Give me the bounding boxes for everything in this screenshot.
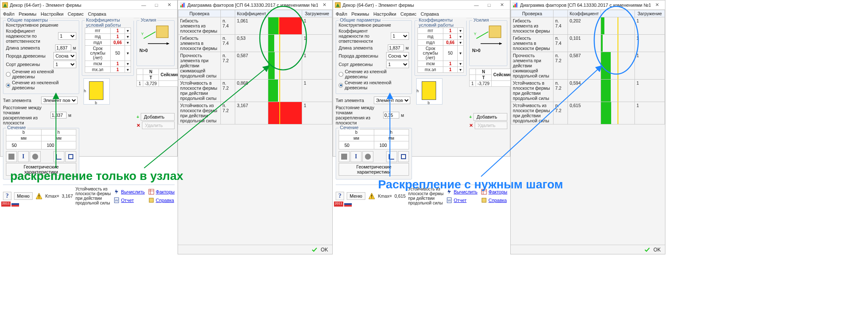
radio-glued[interactable]: [339, 72, 343, 77]
svg-marker-25: [499, 42, 502, 45]
bolt-icon: [114, 189, 120, 195]
col-check: Проверка: [178, 10, 221, 17]
geom-button[interactable]: Геометрические характеристики: [339, 163, 409, 176]
radio-nonglued[interactable]: [6, 83, 10, 88]
kmax-value: 3,167: [62, 193, 73, 199]
svg-text:!: !: [38, 194, 40, 199]
check-icon: [644, 247, 650, 253]
table-icon: [148, 189, 154, 195]
menu-service[interactable]: Сервис: [68, 11, 84, 17]
k2: 0,101: [568, 35, 601, 52]
section-tool2-icon[interactable]: [398, 151, 409, 162]
menu-settings[interactable]: Настройки: [41, 11, 64, 17]
species-select[interactable]: Сосна: [53, 52, 76, 60]
close-button[interactable]: ✕: [163, 1, 175, 9]
bracing-input[interactable]: [383, 112, 399, 119]
menu-file[interactable]: Файл: [3, 11, 14, 17]
group-forces: Усилия: [472, 17, 490, 22]
menu-file[interactable]: Файл: [336, 11, 347, 17]
length-input[interactable]: [388, 44, 404, 51]
lbl-length: Длина элемента: [6, 45, 53, 50]
minimize-button[interactable]: —: [470, 1, 483, 9]
svg-text:W: W: [448, 199, 451, 202]
grade-select[interactable]: 1: [386, 61, 409, 68]
status-text: Устойчивость из плоскости фермы при дейс…: [75, 187, 111, 205]
b-input[interactable]: [344, 142, 369, 149]
elem-type-select[interactable]: Элемент пояса: [41, 97, 78, 104]
doc-icon: W: [114, 197, 120, 203]
ref-link[interactable]: Справка: [489, 198, 507, 203]
elem-type-select[interactable]: Элемент пояса: [374, 97, 410, 104]
app-icon: [180, 2, 186, 8]
close-button[interactable]: ✕: [318, 1, 331, 9]
help-icon[interactable]: ?: [3, 192, 11, 200]
menu-settings[interactable]: Настройки: [373, 11, 396, 17]
group-forces: Усилия: [139, 17, 157, 22]
ok-button[interactable]: OK: [321, 247, 328, 253]
add-button[interactable]: Добавить: [473, 113, 507, 121]
k3: 0,587: [235, 52, 268, 80]
radio-glued[interactable]: [6, 72, 11, 77]
add-button[interactable]: Добавить: [141, 113, 175, 121]
forces-table: NСейсмика T 1-3,729: [136, 69, 184, 87]
window-title: Диаграмма факторов [СП 64.13330.2017 с и…: [520, 3, 651, 8]
group-coef: Коэффициенты условий работы: [417, 17, 466, 28]
menu-button[interactable]: Меню: [347, 192, 365, 200]
factors-table: Проверка Коэффициент Загружение Гибкость…: [511, 10, 665, 124]
section-preview: h b: [416, 78, 442, 105]
help-icon[interactable]: ?: [336, 192, 344, 200]
h-input[interactable]: [378, 142, 404, 149]
svg-text:!: !: [371, 194, 373, 199]
length-input[interactable]: [55, 44, 71, 51]
bracing-input[interactable]: [50, 112, 67, 119]
maximize-button[interactable]: □: [150, 1, 163, 9]
warning-icon: !: [368, 192, 376, 200]
minimize-button[interactable]: —: [137, 1, 150, 9]
section-tool1-icon[interactable]: [53, 151, 64, 162]
ref-link[interactable]: Справка: [156, 198, 174, 203]
close-button[interactable]: ✕: [495, 1, 508, 9]
section-tool2-icon[interactable]: [65, 151, 76, 162]
section-rect-icon[interactable]: [6, 151, 17, 162]
b-input[interactable]: [11, 142, 36, 149]
status-badge-1: 2011: [1, 202, 11, 207]
delete-button[interactable]: Удалить: [142, 121, 175, 129]
svg-text:Y: Y: [141, 32, 144, 36]
lbl-grade: Сорт древесины: [339, 62, 384, 67]
menu-help[interactable]: Справка: [88, 11, 106, 17]
reliability-select[interactable]: 1: [391, 32, 409, 40]
ok-button[interactable]: OK: [654, 247, 661, 253]
section-circle-icon[interactable]: [362, 151, 373, 162]
report-link[interactable]: Отчет: [454, 198, 467, 203]
menu-modes[interactable]: Режимы: [19, 11, 36, 17]
menu-service[interactable]: Сервис: [401, 11, 417, 17]
section-rect-icon[interactable]: [339, 151, 350, 162]
lbl-species: Порода древесины: [339, 53, 384, 58]
lbl-elem-type: Тип элемента: [336, 98, 372, 103]
svg-line-22: [476, 32, 488, 39]
reliability-select[interactable]: 1: [58, 32, 76, 40]
doc-icon: W: [446, 197, 452, 203]
factors-link[interactable]: Факторы: [156, 189, 175, 194]
report-link[interactable]: Отчет: [121, 198, 134, 203]
close-button[interactable]: ✕: [651, 1, 663, 9]
menu-modes[interactable]: Режимы: [351, 11, 369, 17]
section-i-icon[interactable]: I: [351, 151, 362, 162]
section-tool1-icon[interactable]: [386, 151, 397, 162]
status-badge-1: 2011: [334, 202, 343, 207]
radio-nonglued[interactable]: [339, 83, 343, 88]
maximize-button[interactable]: □: [483, 1, 495, 9]
h-input[interactable]: [46, 142, 71, 149]
col-coef: Коэффициент: [568, 10, 601, 17]
section-i-icon[interactable]: I: [18, 151, 29, 162]
grade-select[interactable]: 1: [53, 61, 76, 68]
factors-table: Проверка Коэффициент Загружение Гибкость…: [178, 10, 332, 124]
k4: 0,868: [235, 80, 268, 102]
species-select[interactable]: Сосна: [386, 52, 409, 60]
section-circle-icon[interactable]: [30, 151, 41, 162]
menu-button[interactable]: Меню: [14, 192, 33, 200]
delete-button[interactable]: Удалить: [475, 121, 507, 129]
group-section: Сечение: [6, 125, 27, 130]
menu-help[interactable]: Справка: [420, 11, 439, 17]
calc-link[interactable]: Вычислить: [121, 189, 145, 194]
